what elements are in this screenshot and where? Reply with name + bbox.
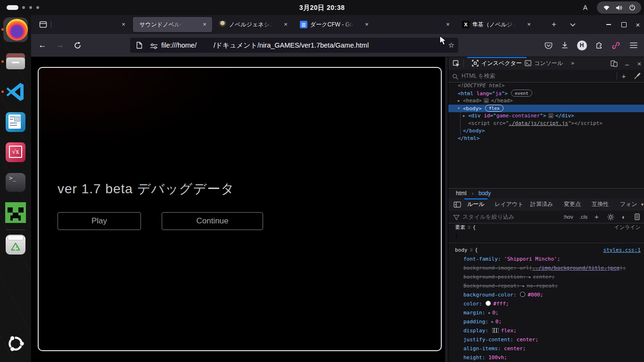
collapsed-children-icon[interactable]: … — [484, 98, 489, 103]
tab-list-dropdown-button[interactable] — [567, 19, 579, 30]
continue-button[interactable]: Continue — [162, 212, 263, 230]
vscode-dock-icon[interactable] — [5, 81, 26, 103]
twisty-expanded-icon[interactable]: ▼ — [458, 105, 460, 112]
expand-computed-icon[interactable]: ▶ — [523, 282, 525, 291]
sidebar-tab-5[interactable]: 互換性 — [591, 198, 610, 210]
print-media-simulation-button[interactable] — [632, 213, 642, 221]
markup-node[interactable]: <!DOCTYPE html> — [448, 82, 644, 90]
css-declaration[interactable]: display: flex; — [448, 326, 644, 335]
markup-node[interactable]: <script src="./data/js/script.js"></scri… — [448, 120, 644, 127]
browser-tab[interactable]: × — [376, 17, 455, 32]
expand-computed-icon[interactable]: ▶ — [529, 273, 531, 282]
color-swatch[interactable] — [520, 292, 525, 297]
css-declaration[interactable]: margin: ▶0; — [448, 308, 644, 317]
sidebar-tab-2[interactable]: レイアウト — [494, 198, 524, 210]
more-tools-button[interactable]: » — [571, 57, 574, 69]
color-swatch[interactable] — [486, 301, 491, 306]
element-picker-button[interactable] — [451, 59, 462, 68]
css-declaration[interactable]: background-position: ▶center; — [448, 272, 644, 281]
add-node-button[interactable]: + — [619, 72, 629, 81]
minimize-button[interactable] — [603, 20, 614, 29]
new-tab-button[interactable]: + — [548, 19, 560, 30]
files-dock-icon[interactable] — [5, 51, 26, 73]
tab-close-icon[interactable]: × — [524, 20, 534, 29]
keyboard-layout-indicator[interactable]: A — [583, 0, 587, 15]
event-badge[interactable]: event — [511, 90, 532, 97]
pseudo-class-panel-button[interactable]: :hov — [563, 211, 573, 223]
css-declaration[interactable]: justify-content: center; — [448, 335, 644, 344]
eyedropper-button[interactable] — [632, 72, 642, 81]
sidebar-tab-3[interactable]: 計算済み — [529, 198, 554, 210]
profile-avatar-button[interactable]: H — [574, 38, 589, 53]
responsive-design-mode-button[interactable] — [609, 59, 619, 68]
style-filter-input[interactable]: スタイルを絞り込み — [462, 211, 514, 223]
forward-button[interactable]: → — [52, 38, 67, 53]
firefox-view-button[interactable] — [37, 19, 49, 30]
markup-node[interactable]: ▼<body>flex — [448, 105, 644, 112]
clock[interactable]: 3月20日 20:38 — [0, 0, 644, 15]
toggle-3pane-button[interactable] — [452, 200, 462, 209]
markup-node[interactable]: ▶<head>…</head> — [448, 97, 644, 105]
flex-badge[interactable]: flex — [485, 105, 504, 112]
browser-tab[interactable]: X隼基（ノベルジェネ× — [457, 17, 537, 32]
system-status-menu[interactable] — [597, 1, 641, 14]
add-rule-button[interactable]: + — [594, 211, 599, 223]
tab-close-icon[interactable]: × — [281, 20, 290, 29]
window-close-button[interactable]: × — [633, 20, 643, 29]
rule-source-link[interactable]: styles.css:1 — [603, 246, 641, 255]
html-search-input[interactable]: HTML を検索 — [462, 70, 495, 82]
css-declaration[interactable]: background-image: url(../img/background/… — [448, 263, 644, 272]
tab-close-icon[interactable]: × — [200, 20, 209, 29]
twisty-collapsed-icon[interactable]: ▶ — [458, 97, 460, 105]
play-button[interactable]: Play — [58, 212, 141, 230]
markup-node[interactable]: </html> — [448, 135, 644, 142]
css-declaration[interactable]: height: 100vh; — [448, 353, 644, 362]
devtools-tab-inspector[interactable]: インスペクター — [467, 57, 527, 69]
downloads-button[interactable] — [557, 38, 572, 53]
css-declaration[interactable]: padding: ▶0; — [448, 317, 644, 326]
css-declaration[interactable]: background-color: #000; — [448, 290, 644, 299]
browser-tab[interactable]: サウンドノベルゲーム× — [133, 17, 212, 32]
url-text[interactable]: file:///home//ドキュメント/nira_GAMES/ver1.7be… — [161, 38, 369, 53]
show-apps-button[interactable] — [5, 333, 26, 354]
sidebar-tab-4[interactable]: 変更点 — [563, 198, 582, 210]
url-bar[interactable]: file:///home//ドキュメント/nira_GAMES/ver1.7be… — [130, 38, 458, 53]
markup-node[interactable]: <html lang="ja">event — [448, 90, 644, 97]
back-button[interactable]: ← — [35, 38, 50, 53]
maximize-button[interactable] — [619, 20, 629, 29]
class-panel-button[interactable]: .cls — [579, 211, 587, 223]
pocket-button[interactable] — [541, 38, 556, 53]
tab-close-icon[interactable]: × — [119, 20, 128, 29]
tab-close-icon[interactable]: × — [362, 20, 372, 29]
css-declaration[interactable]: font-family: 'Shippori Mincho'; — [448, 255, 644, 263]
collapsed-children-icon[interactable]: … — [548, 113, 553, 118]
reload-button[interactable] — [70, 38, 85, 53]
expand-computed-icon[interactable]: ▶ — [488, 309, 490, 318]
markup-node[interactable]: ▶<div id="game-container">…</div> — [448, 112, 644, 120]
app-menu-button[interactable] — [626, 38, 641, 53]
sidebar-tabs-dropdown-icon[interactable]: ▾ — [641, 198, 644, 210]
devtools-menu-button[interactable]: … — [622, 59, 632, 68]
color-scheme-simulation-button[interactable]: ◐ — [619, 213, 628, 221]
extensions-button[interactable] — [591, 38, 606, 53]
markup-node[interactable]: </body> — [448, 127, 644, 135]
terminal-dock-icon[interactable]: >_ — [5, 172, 26, 193]
css-declaration[interactable]: color: #fff; — [448, 299, 644, 308]
breadcrumb-html[interactable]: html — [456, 189, 467, 198]
trash-dock-icon[interactable] — [5, 234, 26, 255]
devtools-tab-console[interactable]: コンソール — [520, 57, 568, 69]
rule-selector[interactable]: body — [455, 247, 468, 253]
browser-tab[interactable]: × — [52, 17, 131, 32]
libreoffice-math-dock-icon[interactable]: √x — [5, 141, 26, 163]
shared-link-button[interactable] — [608, 38, 623, 53]
expand-computed-icon[interactable]: ▶ — [492, 318, 494, 327]
bookmark-star-button[interactable]: ☆ — [448, 38, 454, 53]
minecraft-dock-icon[interactable] — [5, 202, 26, 223]
rule-selector[interactable]: 要素 — [455, 224, 465, 230]
tab-close-icon[interactable]: × — [443, 20, 453, 29]
browser-tab[interactable]: ノベルジェネシス× — [214, 17, 293, 32]
sidebar-tab-6[interactable]: フォン — [619, 198, 638, 210]
sidebar-tab-1[interactable]: ルール — [466, 198, 486, 210]
twisty-collapsed-icon[interactable]: ▶ — [463, 112, 465, 120]
breadcrumb-body[interactable]: body — [479, 189, 491, 198]
